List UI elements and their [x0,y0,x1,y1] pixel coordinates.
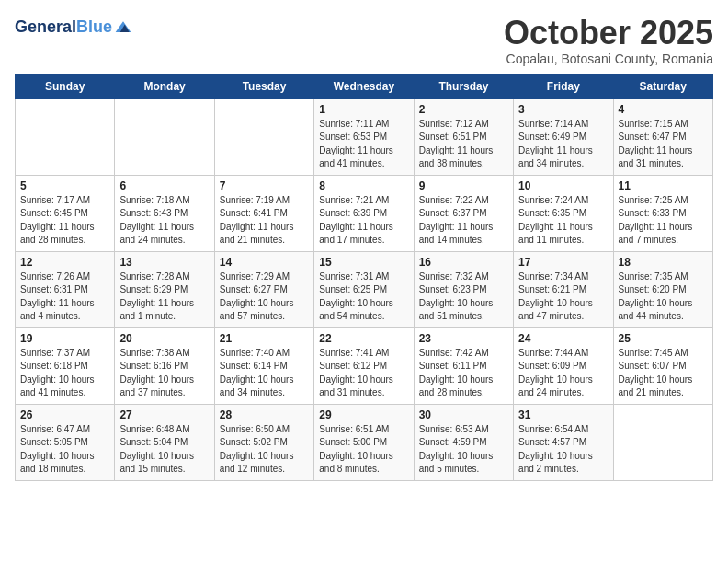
day-info: Sunrise: 7:18 AM Sunset: 6:43 PM Dayligh… [119,194,209,247]
day-info: Sunrise: 7:37 AM Sunset: 6:18 PM Dayligh… [20,347,109,400]
calendar-cell: 31Sunrise: 6:54 AM Sunset: 4:57 PM Dayli… [514,404,613,480]
calendar-cell: 9Sunrise: 7:22 AM Sunset: 6:37 PM Daylig… [414,175,513,251]
calendar-cell: 30Sunrise: 6:53 AM Sunset: 4:59 PM Dayli… [414,404,513,480]
weekday-header-cell: Sunday [16,74,115,98]
day-number: 14 [220,256,309,269]
day-info: Sunrise: 7:42 AM Sunset: 6:11 PM Dayligh… [419,347,508,400]
day-number: 15 [319,256,408,269]
calendar-cell: 6Sunrise: 7:18 AM Sunset: 6:43 PM Daylig… [115,175,214,251]
calendar-cell: 14Sunrise: 7:29 AM Sunset: 6:27 PM Dayli… [214,251,313,327]
day-number: 30 [419,408,508,421]
day-info: Sunrise: 7:11 AM Sunset: 6:53 PM Dayligh… [319,118,408,171]
calendar-cell: 15Sunrise: 7:31 AM Sunset: 6:25 PM Dayli… [314,251,414,327]
day-number: 3 [518,103,608,116]
day-info: Sunrise: 7:26 AM Sunset: 6:31 PM Dayligh… [20,270,109,324]
day-number: 13 [119,256,209,269]
day-info: Sunrise: 7:25 AM Sunset: 6:33 PM Dayligh… [619,194,708,247]
calendar-week-row: 1Sunrise: 7:11 AM Sunset: 6:53 PM Daylig… [16,98,713,175]
calendar-week-row: 5Sunrise: 7:17 AM Sunset: 6:45 PM Daylig… [16,175,713,251]
calendar-cell: 10Sunrise: 7:24 AM Sunset: 6:35 PM Dayli… [514,175,613,251]
calendar-body: 1Sunrise: 7:11 AM Sunset: 6:53 PM Daylig… [16,98,713,480]
day-number: 5 [20,179,109,192]
header: GeneralBlue October 2025 Copalau, Botosa… [15,15,713,66]
day-info: Sunrise: 6:47 AM Sunset: 5:05 PM Dayligh… [20,423,109,477]
day-number: 16 [419,256,508,269]
day-info: Sunrise: 7:44 AM Sunset: 6:09 PM Dayligh… [518,347,608,400]
day-number: 9 [419,179,508,192]
day-info: Sunrise: 7:41 AM Sunset: 6:12 PM Dayligh… [319,347,408,400]
calendar-cell: 24Sunrise: 7:44 AM Sunset: 6:09 PM Dayli… [514,327,613,404]
day-info: Sunrise: 7:19 AM Sunset: 6:41 PM Dayligh… [220,194,309,247]
day-number: 19 [20,332,109,345]
day-info: Sunrise: 6:50 AM Sunset: 5:02 PM Dayligh… [220,423,309,477]
day-info: Sunrise: 7:38 AM Sunset: 6:16 PM Dayligh… [119,347,209,400]
calendar-week-row: 19Sunrise: 7:37 AM Sunset: 6:18 PM Dayli… [16,327,713,404]
calendar-cell: 22Sunrise: 7:41 AM Sunset: 6:12 PM Dayli… [314,327,414,404]
weekday-header-cell: Tuesday [214,74,313,98]
weekday-header-cell: Monday [115,74,214,98]
day-info: Sunrise: 7:14 AM Sunset: 6:49 PM Dayligh… [518,118,608,171]
calendar-cell: 27Sunrise: 6:48 AM Sunset: 5:04 PM Dayli… [115,404,214,480]
day-info: Sunrise: 6:54 AM Sunset: 4:57 PM Dayligh… [518,423,608,477]
day-number: 2 [419,103,508,116]
logo-icon [114,18,132,37]
day-number: 7 [220,179,309,192]
calendar-cell: 5Sunrise: 7:17 AM Sunset: 6:45 PM Daylig… [16,175,115,251]
calendar-cell: 21Sunrise: 7:40 AM Sunset: 6:14 PM Dayli… [214,327,313,404]
calendar-week-row: 26Sunrise: 6:47 AM Sunset: 5:05 PM Dayli… [16,404,713,480]
day-number: 1 [319,103,408,116]
logo: GeneralBlue [15,18,132,37]
day-number: 27 [119,408,209,421]
day-info: Sunrise: 7:32 AM Sunset: 6:23 PM Dayligh… [419,270,508,324]
calendar-cell: 18Sunrise: 7:35 AM Sunset: 6:20 PM Dayli… [613,251,712,327]
day-number: 31 [518,408,608,421]
day-info: Sunrise: 7:31 AM Sunset: 6:25 PM Dayligh… [319,270,408,324]
calendar-cell: 16Sunrise: 7:32 AM Sunset: 6:23 PM Dayli… [414,251,513,327]
day-info: Sunrise: 7:29 AM Sunset: 6:27 PM Dayligh… [220,270,309,324]
calendar-cell: 29Sunrise: 6:51 AM Sunset: 5:00 PM Dayli… [314,404,414,480]
calendar-cell: 19Sunrise: 7:37 AM Sunset: 6:18 PM Dayli… [16,327,115,404]
calendar-cell: 28Sunrise: 6:50 AM Sunset: 5:02 PM Dayli… [214,404,313,480]
day-info: Sunrise: 7:24 AM Sunset: 6:35 PM Dayligh… [518,194,608,247]
day-number: 29 [319,408,408,421]
day-info: Sunrise: 7:17 AM Sunset: 6:45 PM Dayligh… [20,194,109,247]
calendar-cell: 23Sunrise: 7:42 AM Sunset: 6:11 PM Dayli… [414,327,513,404]
calendar-cell: 11Sunrise: 7:25 AM Sunset: 6:33 PM Dayli… [613,175,712,251]
calendar-cell: 1Sunrise: 7:11 AM Sunset: 6:53 PM Daylig… [314,98,414,175]
calendar-cell [115,98,214,175]
month-title: October 2025 [504,15,713,52]
day-info: Sunrise: 7:15 AM Sunset: 6:47 PM Dayligh… [619,118,708,171]
weekday-header-cell: Friday [514,74,613,98]
title-area: October 2025 Copalau, Botosani County, R… [504,15,713,66]
day-number: 28 [220,408,309,421]
day-number: 20 [119,332,209,345]
day-number: 8 [319,179,408,192]
day-number: 24 [518,332,608,345]
day-info: Sunrise: 7:12 AM Sunset: 6:51 PM Dayligh… [419,118,508,171]
day-number: 22 [319,332,408,345]
calendar-cell: 7Sunrise: 7:19 AM Sunset: 6:41 PM Daylig… [214,175,313,251]
calendar-cell: 8Sunrise: 7:21 AM Sunset: 6:39 PM Daylig… [314,175,414,251]
day-info: Sunrise: 7:35 AM Sunset: 6:20 PM Dayligh… [619,270,708,324]
calendar-week-row: 12Sunrise: 7:26 AM Sunset: 6:31 PM Dayli… [16,251,713,327]
day-info: Sunrise: 6:51 AM Sunset: 5:00 PM Dayligh… [319,423,408,477]
day-number: 26 [20,408,109,421]
day-info: Sunrise: 7:21 AM Sunset: 6:39 PM Dayligh… [319,194,408,247]
day-number: 17 [518,256,608,269]
day-number: 11 [619,179,708,192]
calendar-cell: 13Sunrise: 7:28 AM Sunset: 6:29 PM Dayli… [115,251,214,327]
day-info: Sunrise: 7:45 AM Sunset: 6:07 PM Dayligh… [619,347,708,400]
subtitle: Copalau, Botosani County, Romania [504,52,713,66]
calendar-cell [613,404,712,480]
weekday-header-cell: Thursday [414,74,513,98]
day-number: 6 [119,179,209,192]
calendar-cell: 17Sunrise: 7:34 AM Sunset: 6:21 PM Dayli… [514,251,613,327]
logo-text: GeneralBlue [15,18,112,37]
calendar-cell: 3Sunrise: 7:14 AM Sunset: 6:49 PM Daylig… [514,98,613,175]
day-number: 4 [619,103,708,116]
calendar-cell [16,98,115,175]
calendar-table: SundayMondayTuesdayWednesdayThursdayFrid… [15,74,713,481]
day-info: Sunrise: 6:53 AM Sunset: 4:59 PM Dayligh… [419,423,508,477]
day-number: 23 [419,332,508,345]
day-number: 18 [619,256,708,269]
